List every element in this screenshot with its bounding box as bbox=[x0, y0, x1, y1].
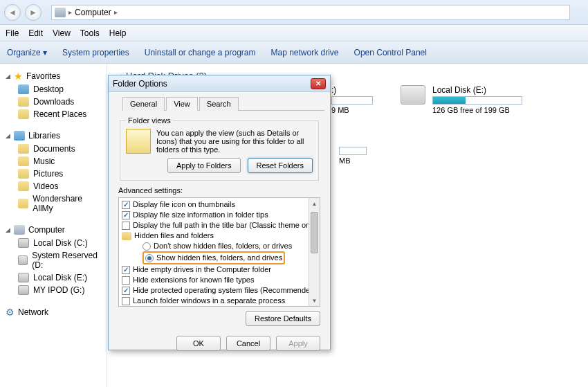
system-properties-button[interactable]: System properties bbox=[62, 48, 129, 57]
apply-to-folders-button[interactable]: Apply to Folders bbox=[167, 158, 240, 173]
adv-setting-row[interactable]: Don't show hidden files, folders, or dri… bbox=[122, 241, 317, 251]
sidebar-item-videos[interactable]: Videos bbox=[3, 180, 104, 192]
breadcrumb-sep-icon: ▸ bbox=[114, 8, 118, 16]
tab-view[interactable]: View bbox=[166, 97, 198, 111]
collapse-icon: ◢ bbox=[6, 226, 10, 233]
forward-button[interactable]: ► bbox=[25, 4, 42, 21]
sidebar-favorites-label: Favorites bbox=[26, 71, 60, 81]
advanced-settings-list: Display file icon on thumbnailsDisplay f… bbox=[118, 197, 320, 307]
collapse-icon: ◢ bbox=[6, 73, 10, 80]
drive-usage-bar bbox=[432, 96, 522, 105]
sidebar-favorites-header[interactable]: ◢ ★ Favorites bbox=[3, 69, 104, 83]
adv-setting-row[interactable]: Display the full path in the title bar (… bbox=[122, 220, 317, 231]
adv-setting-row[interactable]: Display file size information in folder … bbox=[122, 210, 317, 220]
drive-icon bbox=[18, 255, 28, 265]
sidebar-item-drive-g[interactable]: MY IPOD (G:) bbox=[3, 284, 104, 296]
folder-views-legend: Folder views bbox=[126, 116, 173, 125]
sidebar-computer-header[interactable]: ◢ Computer bbox=[3, 223, 104, 237]
folder-icon bbox=[18, 109, 29, 119]
adv-setting-label: Hide protected operating system files (R… bbox=[133, 285, 317, 296]
sidebar-item-music[interactable]: Music bbox=[3, 155, 104, 168]
adv-setting-row[interactable]: Hide protected operating system files (R… bbox=[122, 285, 317, 296]
sidebar-item-downloads[interactable]: Downloads bbox=[3, 96, 104, 108]
adv-setting-row[interactable]: Restore previous folder windows at logon bbox=[122, 306, 317, 307]
sidebar-item-desktop[interactable]: Desktop bbox=[3, 83, 104, 96]
drive-info-partial-2: MB bbox=[339, 156, 367, 165]
drive-e[interactable]: Local Disk (E:) 126 GB free of 199 GB bbox=[401, 85, 522, 114]
sidebar-item-drive-c[interactable]: Local Disk (C:) bbox=[3, 237, 104, 249]
folder-icon bbox=[18, 181, 29, 191]
organize-button[interactable]: Organize ▾ bbox=[7, 48, 47, 57]
radio-icon[interactable] bbox=[145, 254, 154, 262]
adv-setting-label: Display the full path in the title bar (… bbox=[133, 220, 318, 231]
sidebar-network-label: Network bbox=[18, 307, 48, 317]
checkbox-icon[interactable] bbox=[122, 297, 130, 305]
sidebar-libraries-header[interactable]: ◢ Libraries bbox=[3, 129, 104, 143]
adv-setting-row[interactable]: Hidden files and folders bbox=[122, 231, 317, 241]
dialog-titlebar[interactable]: Folder Options ✕ bbox=[109, 75, 330, 92]
folder-views-group: Folder views You can apply the view (suc… bbox=[120, 116, 319, 181]
folder-views-icon bbox=[126, 129, 151, 154]
adv-setting-row[interactable]: Launch folder windows in a separate proc… bbox=[122, 296, 317, 306]
menu-view[interactable]: View bbox=[53, 28, 71, 38]
navigation-pane: ◢ ★ Favorites Desktop Downloads Recent P… bbox=[0, 64, 107, 387]
uninstall-button[interactable]: Uninstall or change a program bbox=[145, 48, 256, 57]
menu-tools[interactable]: Tools bbox=[80, 28, 100, 38]
sidebar-item-wondershare[interactable]: Wondershare AllMy bbox=[3, 192, 104, 215]
scroll-thumb[interactable] bbox=[311, 212, 318, 253]
folder-icon bbox=[18, 144, 29, 154]
scroll-up-icon[interactable]: ▲ bbox=[309, 198, 320, 209]
dialog-tabs: General View Search bbox=[122, 96, 324, 111]
address-bar[interactable]: ▸ Computer ▸ bbox=[51, 5, 570, 20]
sidebar-item-recent[interactable]: Recent Places bbox=[3, 108, 104, 120]
tab-general[interactable]: General bbox=[122, 97, 165, 111]
adv-setting-label: Display file icon on thumbnails bbox=[133, 199, 235, 210]
reset-folders-button[interactable]: Reset Folders bbox=[248, 158, 313, 173]
adv-setting-label: Hide empty drives in the Computer folder bbox=[133, 264, 271, 275]
close-button[interactable]: ✕ bbox=[311, 78, 326, 89]
folder-icon bbox=[18, 169, 29, 179]
map-drive-button[interactable]: Map network drive bbox=[271, 48, 339, 57]
apply-button[interactable]: Apply bbox=[276, 336, 320, 351]
sidebar-item-drive-d[interactable]: System Reserved (D: bbox=[3, 249, 104, 271]
tab-search[interactable]: Search bbox=[199, 97, 239, 111]
sidebar-network-header[interactable]: ⚙ Network bbox=[3, 305, 104, 320]
drive-usage-bar bbox=[339, 147, 367, 155]
checkbox-icon[interactable] bbox=[122, 222, 130, 230]
drive-icon bbox=[401, 85, 425, 105]
checkbox-icon[interactable] bbox=[122, 266, 130, 274]
restore-defaults-button[interactable]: Restore Defaults bbox=[246, 311, 320, 326]
sidebar-libraries-label: Libraries bbox=[28, 131, 60, 141]
adv-setting-row[interactable]: Display file icon on thumbnails bbox=[122, 199, 317, 210]
ok-button[interactable]: OK bbox=[176, 336, 221, 351]
sidebar-item-pictures[interactable]: Pictures bbox=[3, 168, 104, 180]
checkbox-icon[interactable] bbox=[122, 287, 130, 295]
menu-edit[interactable]: Edit bbox=[28, 28, 43, 38]
drive-partial[interactable]: :) 9 MB bbox=[331, 85, 373, 114]
folder-views-text: You can apply the view (such as Details … bbox=[156, 129, 313, 154]
adv-setting-row[interactable]: Show hidden files, folders, and drives bbox=[122, 251, 317, 264]
control-panel-button[interactable]: Open Control Panel bbox=[354, 48, 427, 57]
scroll-down-icon[interactable]: ▼ bbox=[309, 295, 320, 306]
network-icon: ⚙ bbox=[6, 307, 15, 318]
scrollbar[interactable]: ▲ ▼ bbox=[309, 198, 320, 306]
breadcrumb-item[interactable]: Computer bbox=[75, 8, 111, 17]
sidebar-item-drive-e[interactable]: Local Disk (E:) bbox=[3, 271, 104, 284]
adv-setting-row[interactable]: Hide extensions for known file types bbox=[122, 275, 317, 285]
libraries-icon bbox=[14, 131, 25, 141]
checkbox-icon[interactable] bbox=[122, 201, 130, 209]
sidebar-item-documents[interactable]: Documents bbox=[3, 143, 104, 155]
computer-icon bbox=[14, 225, 25, 235]
command-bar: Organize ▾ System properties Uninstall o… bbox=[0, 42, 588, 64]
radio-icon[interactable] bbox=[143, 242, 151, 251]
cancel-button[interactable]: Cancel bbox=[226, 336, 270, 351]
checkbox-icon[interactable] bbox=[122, 276, 130, 285]
drive-icon bbox=[18, 238, 29, 248]
folder-icon bbox=[18, 156, 29, 166]
menu-help[interactable]: Help bbox=[109, 28, 127, 38]
menu-file[interactable]: File bbox=[6, 28, 19, 38]
adv-setting-row[interactable]: Hide empty drives in the Computer folder bbox=[122, 264, 317, 275]
back-button[interactable]: ◄ bbox=[4, 4, 21, 21]
checkbox-icon[interactable] bbox=[122, 211, 130, 219]
drive-partial-2[interactable]: MB bbox=[339, 145, 367, 165]
